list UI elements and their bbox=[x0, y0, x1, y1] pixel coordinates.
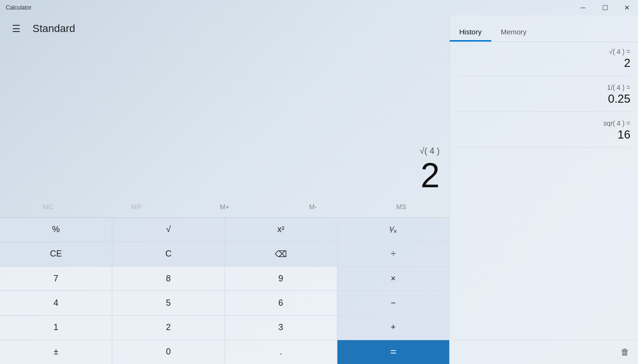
8-button[interactable]: 8 bbox=[112, 267, 224, 290]
mplus-button[interactable]: M+ bbox=[181, 198, 269, 215]
title-bar: Calculator ─ ☐ ✕ bbox=[0, 0, 638, 15]
calculator-pane: ☰ Standard √( 4 ) 2 MC MR M+ M- MS % √ x… bbox=[0, 15, 449, 364]
display-expression: √( 4 ) bbox=[420, 146, 440, 156]
history-value-2: 0.25 bbox=[608, 92, 630, 106]
history-item: 1/( 4 ) = 0.25 bbox=[457, 84, 630, 112]
9-button[interactable]: 9 bbox=[225, 267, 337, 290]
history-value-3: 16 bbox=[617, 128, 630, 141]
menu-button[interactable]: ☰ bbox=[8, 20, 25, 37]
memory-tab[interactable]: Memory bbox=[491, 22, 536, 42]
mminus-button[interactable]: M- bbox=[269, 198, 357, 215]
5-button[interactable]: 5 bbox=[112, 291, 224, 315]
equals-button[interactable]: = bbox=[337, 340, 449, 364]
0-button[interactable]: 0 bbox=[112, 340, 224, 364]
sqrt-button[interactable]: √ bbox=[112, 218, 224, 242]
4-button[interactable]: 4 bbox=[0, 291, 112, 315]
mc-button[interactable]: MC bbox=[4, 198, 92, 215]
calc-display: √( 4 ) 2 bbox=[0, 42, 449, 196]
mr-button[interactable]: MR bbox=[92, 198, 181, 215]
button-grid: % √ x² ¹⁄ₓ CE C ⌫ ÷ 7 8 9 × 4 5 6 − 1 2 … bbox=[0, 217, 449, 364]
square-button[interactable]: x² bbox=[225, 218, 337, 242]
1-button[interactable]: 1 bbox=[0, 316, 112, 340]
clear-history-button[interactable]: 🗑 bbox=[618, 344, 632, 360]
subtract-button[interactable]: − bbox=[337, 291, 449, 315]
backspace-button[interactable]: ⌫ bbox=[225, 242, 337, 266]
display-result: 2 bbox=[421, 158, 440, 193]
history-expr-2: 1/( 4 ) = bbox=[607, 84, 630, 91]
2-button[interactable]: 2 bbox=[112, 316, 224, 340]
maximize-button[interactable]: ☐ bbox=[594, 0, 616, 15]
ce-button[interactable]: CE bbox=[0, 242, 112, 266]
memory-row: MC MR M+ M- MS bbox=[0, 196, 449, 217]
divide-button[interactable]: ÷ bbox=[337, 242, 449, 266]
history-value-1: 2 bbox=[624, 56, 630, 70]
6-button[interactable]: 6 bbox=[225, 291, 337, 315]
plusminus-button[interactable]: ± bbox=[0, 340, 112, 364]
history-content: √( 4 ) = 2 1/( 4 ) = 0.25 sqr( 4 ) = 16 bbox=[450, 42, 638, 340]
multiply-button[interactable]: × bbox=[337, 267, 449, 290]
reciprocal-button[interactable]: ¹⁄ₓ bbox=[337, 218, 449, 242]
calc-header: ☰ Standard bbox=[0, 15, 449, 42]
7-button[interactable]: 7 bbox=[0, 267, 112, 290]
3-button[interactable]: 3 bbox=[225, 316, 337, 340]
decimal-button[interactable]: . bbox=[225, 340, 337, 364]
history-tab[interactable]: History bbox=[450, 22, 491, 42]
history-expr-3: sqr( 4 ) = bbox=[604, 119, 630, 127]
main-layout: ☰ Standard √( 4 ) 2 MC MR M+ M- MS % √ x… bbox=[0, 15, 638, 364]
panel-tabs: History Memory bbox=[450, 15, 638, 42]
right-panel: History Memory √( 4 ) = 2 1/( 4 ) = 0.25… bbox=[449, 15, 638, 364]
app-title: Calculator bbox=[6, 4, 32, 11]
minimize-button[interactable]: ─ bbox=[572, 0, 594, 15]
window-controls: ─ ☐ ✕ bbox=[572, 0, 638, 15]
panel-footer: 🗑 bbox=[450, 340, 638, 364]
mode-title: Standard bbox=[32, 22, 75, 35]
add-button[interactable]: + bbox=[337, 316, 449, 340]
history-item: √( 4 ) = 2 bbox=[457, 48, 630, 76]
close-button[interactable]: ✕ bbox=[616, 0, 638, 15]
ms-button[interactable]: MS bbox=[357, 198, 445, 215]
history-expr-1: √( 4 ) = bbox=[609, 48, 630, 55]
percent-button[interactable]: % bbox=[0, 218, 112, 242]
c-button[interactable]: C bbox=[112, 242, 224, 266]
history-item: sqr( 4 ) = 16 bbox=[457, 119, 630, 148]
